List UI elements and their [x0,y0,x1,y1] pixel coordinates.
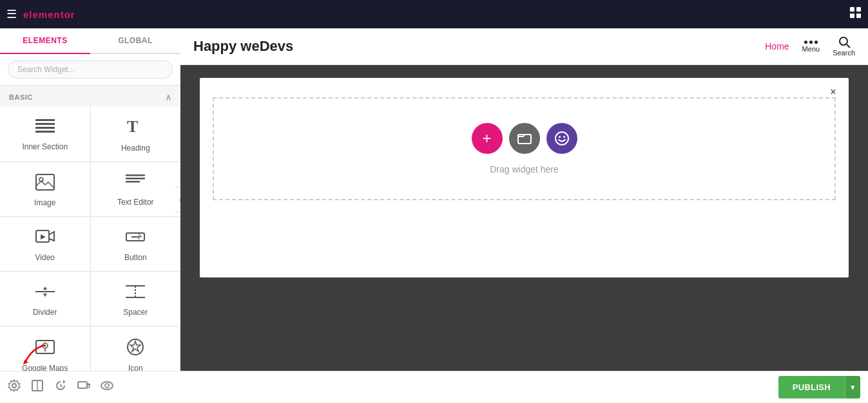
svg-rect-39 [32,380,37,391]
svg-point-35 [559,136,561,138]
text-editor-icon [126,174,145,192]
publish-group: PUBLISH ▾ [778,376,860,398]
publish-button[interactable]: PUBLISH [778,376,845,398]
section-box: × + [200,78,849,277]
svg-rect-14 [126,181,140,183]
svg-marker-20 [43,286,47,290]
site-title: Happy weDevs [193,38,293,55]
svg-rect-1 [850,7,854,12]
preview-icon[interactable] [101,379,113,395]
grid-icon[interactable] [850,7,862,22]
search-icon [838,36,850,48]
widget-spacer-label: Spacer [123,308,148,317]
settings-icon[interactable] [8,379,21,395]
nav-home[interactable]: Home [765,41,789,52]
preview-bar: Happy weDevs Home Menu [180,28,868,65]
widget-inner-section[interactable]: Inner Section [0,106,90,162]
widget-icon-label: Icon [128,364,143,371]
widget-text-editor[interactable]: Text Editor [91,162,181,216]
search-input[interactable] [8,61,173,79]
svg-rect-3 [850,14,854,18]
layers-icon[interactable] [31,379,44,395]
icon-widget-icon [126,338,145,359]
button-icon [126,229,145,248]
canvas-area: Happy weDevs Home Menu [180,28,868,371]
tab-global[interactable]: GLOBAL [90,28,180,53]
divider-icon [35,283,55,303]
svg-point-31 [840,37,847,45]
section-label: BASIC [9,93,33,101]
widget-heading-label: Heading [121,144,150,153]
svg-point-34 [555,132,568,145]
widget-button-label: Button [124,253,147,262]
bottom-left [8,379,113,395]
nav-search-label: Search [833,49,855,57]
happy-icon [554,131,570,146]
widget-image[interactable]: Image [0,162,90,216]
section-header: BASIC ∧ [0,86,180,106]
history-icon[interactable] [54,379,67,395]
top-bar: ☰ elementor [0,0,868,28]
top-bar-left: ☰ elementor [6,7,81,21]
spacer-icon [126,283,145,303]
add-widget-button[interactable]: + [472,123,503,154]
svg-point-45 [101,382,113,389]
svg-marker-16 [41,234,46,239]
svg-rect-13 [126,178,145,180]
svg-rect-6 [35,123,55,125]
svg-rect-5 [35,119,55,121]
svg-rect-42 [78,382,87,388]
video-icon [35,229,55,248]
elementor-logo: elementor [23,8,81,21]
widget-text-editor-label: Text Editor [117,198,154,207]
svg-point-37 [12,384,16,388]
widget-icon[interactable]: Icon [91,326,181,371]
bottom-bar: PUBLISH ▾ [0,371,868,403]
hamburger-icon[interactable]: ☰ [6,7,17,21]
svg-point-46 [105,384,109,388]
preview-nav: Home Menu Sear [765,36,855,57]
widget-image-label: Image [34,198,55,207]
search-bar [0,54,180,86]
nav-dots-icon [804,41,818,44]
svg-text:T: T [127,118,138,136]
devices-icon[interactable] [77,379,90,395]
svg-marker-21 [43,294,47,297]
section-collapse-icon[interactable]: ∧ [165,92,172,102]
widget-divider-label: Divider [33,308,57,317]
action-buttons: + [472,123,577,154]
svg-marker-30 [130,341,140,351]
happy-addons-button[interactable] [546,123,577,154]
svg-rect-7 [35,127,55,129]
publish-dropdown-button[interactable]: ▾ [845,376,860,398]
drop-zone: + [213,97,836,200]
sidebar-collapse-handle[interactable]: ‹ [175,187,180,212]
svg-rect-4 [856,14,861,18]
widget-video-label: Video [35,253,55,262]
google-maps-icon [35,338,55,359]
svg-point-36 [563,136,565,138]
widget-heading[interactable]: T Heading [91,106,181,162]
drop-zone-text: Drag widget here [490,164,559,174]
sidebar: ELEMENTS GLOBAL BASIC ∧ [0,28,180,371]
svg-point-28 [44,345,46,347]
widget-google-maps-label: Google Maps [22,364,68,371]
svg-rect-10 [36,174,54,190]
nav-menu[interactable]: Menu [802,41,820,53]
tab-elements[interactable]: ELEMENTS [0,28,90,54]
widget-google-maps[interactable]: Google Maps [0,326,90,371]
nav-search[interactable]: Search [833,36,855,57]
widget-inner-section-label: Inner Section [22,142,68,151]
widget-spacer[interactable]: Spacer [91,272,181,326]
svg-line-32 [847,44,850,48]
widget-video[interactable]: Video [0,217,90,271]
section-close-button[interactable]: × [827,86,840,98]
widget-divider[interactable]: Divider [0,272,90,326]
widget-button[interactable]: Button [91,217,181,271]
folder-icon [517,131,532,145]
svg-rect-2 [856,7,861,12]
inner-section-icon [35,119,55,137]
main-layout: ELEMENTS GLOBAL BASIC ∧ [0,28,868,371]
template-library-button[interactable] [509,123,540,154]
heading-icon: T [126,118,145,138]
